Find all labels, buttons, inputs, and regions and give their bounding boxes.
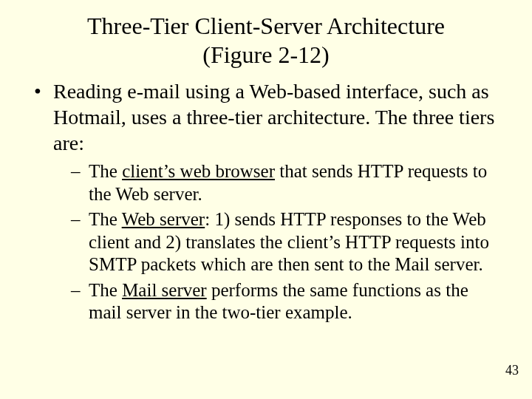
- sub-bullet-2: The Web server: 1) sends HTTP responses …: [71, 208, 499, 276]
- sub-bullet-3: The Mail server performs the same functi…: [71, 279, 499, 324]
- sub1-underline: client’s web browser: [122, 161, 275, 181]
- bullet-list: Reading e-mail using a Web-based interfa…: [33, 78, 499, 324]
- slide-title: Three-Tier Client-Server Architecture (F…: [33, 12, 499, 69]
- sub-bullet-1: The client’s web browser that sends HTTP…: [71, 160, 499, 205]
- sub1-pre: The: [89, 161, 122, 181]
- slide: Three-Tier Client-Server Architecture (F…: [0, 0, 532, 399]
- sub3-pre: The: [89, 280, 122, 300]
- sub2-underline: Web server: [122, 209, 205, 229]
- sub-bullet-list: The client’s web browser that sends HTTP…: [53, 160, 499, 324]
- bullet-1-text: Reading e-mail using a Web-based interfa…: [53, 80, 494, 154]
- sub2-pre: The: [89, 209, 122, 229]
- title-line-1: Three-Tier Client-Server Architecture: [87, 13, 445, 39]
- sub3-underline: Mail server: [122, 280, 207, 300]
- title-line-2: (Figure 2-12): [202, 41, 330, 68]
- bullet-item-1: Reading e-mail using a Web-based interfa…: [33, 78, 499, 324]
- page-number: 43: [505, 363, 519, 378]
